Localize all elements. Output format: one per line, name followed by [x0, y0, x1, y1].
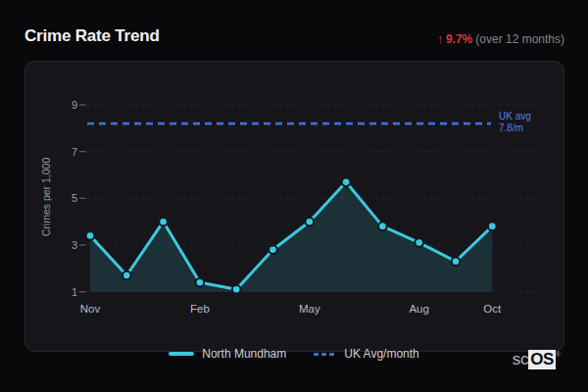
solid-line-swatch-icon — [169, 352, 194, 356]
brand-logo: scOS® — [513, 350, 561, 372]
page-title: Crime Rate Trend — [24, 26, 160, 46]
y-tick-label: 3 — [72, 239, 77, 251]
data-point-mar[interactable] — [232, 285, 241, 294]
legend-label: North Mundham — [202, 347, 286, 361]
data-point-dec[interactable] — [122, 271, 131, 280]
x-tick-label-aug: Aug — [409, 303, 428, 315]
y-tick-label: 1 — [72, 286, 77, 298]
uk-avg-label: UK avg — [499, 111, 531, 122]
brand-logo-prefix: sc — [513, 350, 528, 369]
brand-logo-suffix: OS — [528, 350, 556, 369]
chart-panel: 13579Crimes per 1,000NovFebMayAugOctUK a… — [24, 61, 564, 352]
y-tick-label: 7 — [72, 146, 77, 158]
change-caption: (over 12 months) — [475, 32, 564, 46]
uk-avg-value-label: 7.8/m — [499, 122, 523, 133]
x-tick-label-may: May — [299, 303, 320, 315]
registered-trademark-icon: ® — [556, 345, 561, 365]
data-point-oct[interactable] — [488, 222, 497, 231]
y-tick-label: 5 — [72, 192, 77, 204]
change-indicator: ↑ 9.7% (over 12 months) — [437, 32, 564, 46]
dashed-line-swatch-icon — [314, 353, 336, 356]
x-tick-label-oct: Oct — [483, 303, 502, 315]
data-point-feb[interactable] — [196, 278, 205, 287]
y-tick-label: 9 — [72, 99, 77, 111]
data-point-jan[interactable] — [159, 218, 168, 226]
legend-label: UK Avg/month — [344, 347, 419, 361]
data-point-jun[interactable] — [342, 177, 351, 186]
trend-up-arrow-icon: ↑ — [437, 32, 443, 46]
trend-chart: 13579Crimes per 1,000NovFebMayAugOctUK a… — [25, 62, 564, 351]
legend-item-uk-avg-month[interactable]: UK Avg/month — [314, 347, 419, 361]
x-tick-label-nov: Nov — [80, 303, 101, 315]
data-point-may[interactable] — [306, 218, 315, 226]
data-point-apr[interactable] — [269, 246, 277, 255]
data-point-aug[interactable] — [415, 238, 423, 247]
data-point-sep[interactable] — [452, 257, 461, 266]
y-axis-title: Crimes per 1,000 — [40, 158, 52, 237]
x-tick-label-feb: Feb — [190, 303, 210, 315]
change-percentage: 9.7% — [446, 32, 472, 46]
data-point-jul[interactable] — [378, 222, 387, 231]
chart-legend: North MundhamUK Avg/month — [0, 347, 588, 361]
legend-item-north-mundham[interactable]: North Mundham — [169, 347, 286, 361]
data-point-nov[interactable] — [86, 231, 95, 240]
